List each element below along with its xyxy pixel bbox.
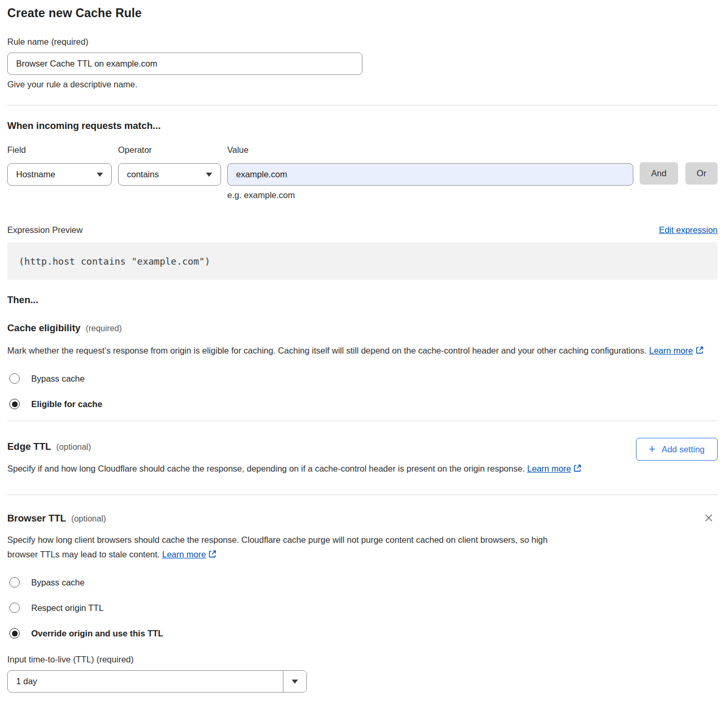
section-divider [7,421,718,421]
cache-eligibility-learn-more-link[interactable]: Learn more [649,346,693,355]
add-setting-button[interactable]: +Add setting [636,438,718,461]
create-cache-rule-form: Create new Cache Rule Rule name (require… [7,6,718,693]
operator-select[interactable]: contains [118,163,221,186]
match-builder-row: Field Hostname Operator contains Value e… [7,145,718,200]
radio-bypass-cache[interactable]: Bypass cache [7,373,718,384]
and-or-buttons: And Or [640,145,718,200]
rule-name-help: Give your rule a descriptive name. [7,80,718,89]
radio-label: Bypass cache [31,374,85,384]
edge-ttl-description: Specify if and how long Cloudflare shoul… [7,461,590,476]
ttl-input-label: Input time-to-live (TTL) (required) [7,655,718,664]
operator-select-value: contains [127,170,159,179]
radio-circle-selected-icon[interactable] [9,628,20,638]
edit-expression-link[interactable]: Edit expression [659,225,718,235]
browser-ttl-header: Browser TTL (optional) [7,513,718,524]
chevron-down-icon [292,680,298,684]
radio-browser-bypass-cache[interactable]: Bypass cache [7,577,718,588]
external-link-icon [573,464,582,473]
ttl-select[interactable]: 1 day [7,670,307,693]
browser-ttl-description: Specify how long client browsers should … [7,532,577,562]
rule-name-label: Rule name (required) [7,37,718,47]
radio-override-origin-ttl[interactable]: Override origin and use this TTL [7,628,718,638]
expression-code-block: (http.host contains "example.com") [7,242,718,280]
page-title: Create new Cache Rule [7,6,718,20]
radio-circle-icon[interactable] [9,603,20,613]
field-label: Field [7,145,112,155]
rule-name-input[interactable] [7,53,362,75]
rule-name-block: Rule name (required) Give your rule a de… [7,37,718,89]
edge-ttl-header: Edge TTL (optional) +Add setting [7,441,718,452]
browser-ttl-description-text: Specify how long client browsers should … [7,535,548,559]
or-button[interactable]: Or [685,162,718,185]
and-button[interactable]: And [640,162,678,185]
cache-eligibility-description-text: Mark whether the request’s response from… [7,346,647,355]
chevron-down-icon [97,173,103,177]
operator-column: Operator contains [118,145,221,200]
field-column: Field Hostname [7,145,112,200]
radio-circle-icon[interactable] [9,577,20,588]
expression-preview-row: Expression Preview Edit expression [7,225,718,235]
section-divider [7,494,718,495]
edge-ttl-qualifier: (optional) [56,442,91,452]
section-divider [7,105,718,106]
value-input[interactable] [227,163,633,186]
ttl-select-value: 1 day [8,671,283,692]
browser-ttl-title: Browser TTL [7,513,66,524]
add-setting-label: Add setting [661,445,705,454]
chevron-down-icon [206,173,212,177]
radio-label: Override origin and use this TTL [31,629,163,638]
match-heading: When incoming requests match... [7,120,718,132]
radio-respect-origin-ttl[interactable]: Respect origin TTL [7,603,718,613]
cache-eligibility-title: Cache eligibility [7,322,81,334]
radio-circle-icon[interactable] [9,373,20,384]
edge-ttl-description-text: Specify if and how long Cloudflare shoul… [7,464,525,473]
radio-label: Respect origin TTL [31,603,103,613]
edge-ttl-title: Edge TTL [7,441,51,452]
close-icon[interactable] [703,513,714,524]
radio-eligible-for-cache[interactable]: Eligible for cache [7,399,718,409]
radio-label: Bypass cache [31,578,85,588]
cache-eligibility-qualifier: (required) [86,324,122,333]
cache-eligibility-header: Cache eligibility (required) [7,322,718,334]
expression-code: (http.host contains "example.com") [19,256,210,267]
field-select[interactable]: Hostname [7,163,112,186]
value-help: e.g. example.com [227,190,633,200]
expression-preview-label: Expression Preview [7,225,83,235]
plus-icon: + [649,444,656,455]
cache-eligibility-description: Mark whether the request’s response from… [7,343,704,358]
value-column: Value e.g. example.com [227,145,633,200]
external-link-icon [695,346,704,355]
browser-ttl-learn-more-link[interactable]: Learn more [162,550,206,559]
then-heading: Then... [7,294,718,306]
external-link-icon [208,550,217,558]
value-label: Value [227,145,633,155]
browser-ttl-qualifier: (optional) [71,514,106,524]
radio-label: Eligible for cache [31,399,102,409]
operator-label: Operator [118,145,221,155]
edge-ttl-learn-more-link[interactable]: Learn more [527,464,571,473]
radio-circle-selected-icon[interactable] [9,399,20,409]
ttl-select-caret-box[interactable] [283,671,306,692]
field-select-value: Hostname [16,170,55,179]
